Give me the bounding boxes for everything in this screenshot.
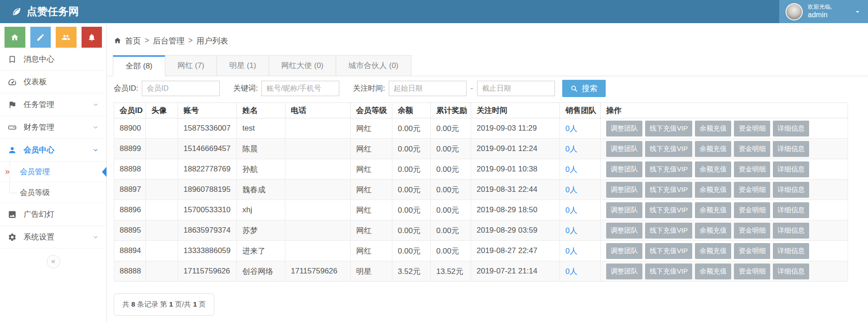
cell-follow-time: 2019-09-01 10:38 bbox=[471, 159, 560, 180]
detail-info-button[interactable]: 详细信息 bbox=[773, 161, 809, 177]
sidebar-item-member-management[interactable]: »会员管理 bbox=[0, 161, 106, 182]
adjust-team-button[interactable]: 调整团队 bbox=[606, 243, 642, 259]
end-date-input[interactable] bbox=[477, 81, 555, 96]
balance-recharge-button[interactable]: 余额充值 bbox=[695, 161, 731, 177]
sales-team-link[interactable]: 0人 bbox=[565, 165, 577, 174]
column-header: 余额 bbox=[392, 103, 431, 118]
adjust-team-button[interactable]: 调整团队 bbox=[606, 141, 642, 157]
balance-recharge-button[interactable]: 余额充值 bbox=[695, 141, 731, 157]
sidebar-item-system-settings[interactable]: 系统设置 bbox=[0, 226, 106, 249]
breadcrumb-item[interactable]: 首页 bbox=[125, 35, 141, 46]
sales-team-link[interactable]: 0人 bbox=[565, 185, 577, 194]
offline-recharge-vip-button[interactable]: 线下充值VIP bbox=[645, 182, 692, 198]
sidebar-menu: 消息中心仪表板任务管理财务管理会员中心»会员管理会员等级广告幻灯系统设置 bbox=[0, 48, 106, 249]
funds-detail-button[interactable]: 资金明细 bbox=[734, 182, 770, 198]
quick-home-button[interactable] bbox=[5, 27, 25, 48]
adjust-team-button[interactable]: 调整团队 bbox=[606, 202, 642, 218]
detail-info-button[interactable]: 详细信息 bbox=[773, 182, 809, 198]
sales-team-link[interactable]: 0人 bbox=[565, 206, 577, 215]
adjust-team-button[interactable]: 调整团队 bbox=[606, 263, 642, 279]
sidebar-item-member-center[interactable]: 会员中心 bbox=[0, 139, 106, 161]
funds-detail-button[interactable]: 资金明细 bbox=[734, 263, 770, 279]
detail-info-button[interactable]: 详细信息 bbox=[773, 223, 809, 239]
adjust-team-button[interactable]: 调整团队 bbox=[606, 161, 642, 177]
balance-recharge-button[interactable]: 余额充值 bbox=[695, 223, 731, 239]
cell-avatar bbox=[146, 159, 178, 180]
sales-team-link[interactable]: 0人 bbox=[565, 124, 577, 133]
cell-follow-time: 2019-07-21 21:14 bbox=[471, 261, 560, 282]
funds-detail-button[interactable]: 资金明细 bbox=[734, 141, 770, 157]
detail-info-button[interactable]: 详细信息 bbox=[773, 243, 809, 259]
sidebar-item-label: 仪表板 bbox=[24, 77, 47, 87]
adjust-team-button[interactable]: 调整团队 bbox=[606, 182, 642, 198]
quick-notifications-button[interactable] bbox=[82, 27, 102, 48]
users-icon bbox=[62, 33, 70, 42]
cell-reward: 13.52元 bbox=[431, 261, 471, 282]
user-menu[interactable]: 欢迎光临, admin bbox=[779, 0, 868, 23]
table-row: 8889413333886059进来了网红0.00元0.00元2019-08-2… bbox=[114, 241, 848, 261]
adjust-team-button[interactable]: 调整团队 bbox=[606, 223, 642, 239]
funds-detail-button[interactable]: 资金明细 bbox=[734, 223, 770, 239]
date-range-separator: - bbox=[471, 84, 473, 93]
offline-recharge-vip-button[interactable]: 线下充值VIP bbox=[645, 161, 692, 177]
sidebar-item-member-level[interactable]: 会员等级 bbox=[0, 182, 106, 203]
username: admin bbox=[808, 10, 849, 19]
sidebar-item-task-management[interactable]: 任务管理 bbox=[0, 93, 106, 116]
member-id-filter: 会员ID: bbox=[114, 81, 220, 96]
sidebar-item-finance-management[interactable]: 财务管理 bbox=[0, 116, 106, 139]
balance-recharge-button[interactable]: 余额充值 bbox=[695, 202, 731, 218]
funds-detail-button[interactable]: 资金明细 bbox=[734, 243, 770, 259]
sales-team-link[interactable]: 0人 bbox=[565, 267, 577, 276]
cell-reward: 0.00元 bbox=[431, 220, 471, 241]
offline-recharge-vip-button[interactable]: 线下充值VIP bbox=[645, 121, 692, 137]
detail-info-button[interactable]: 详细信息 bbox=[773, 202, 809, 218]
keyword-filter: 关键词: bbox=[233, 81, 339, 96]
cell-account: 17115759626 bbox=[178, 261, 237, 282]
tab-all[interactable]: 全部 (8) bbox=[113, 55, 165, 76]
cell-phone bbox=[285, 180, 351, 200]
tab-influencer-ambassador[interactable]: 网红大使 (0) bbox=[269, 55, 337, 76]
quick-edit-button[interactable] bbox=[30, 27, 51, 48]
offline-recharge-vip-button[interactable]: 线下充值VIP bbox=[645, 141, 692, 157]
cell-level: 网红 bbox=[351, 200, 392, 220]
brand-title: 点赞任务网 bbox=[27, 5, 79, 19]
offline-recharge-vip-button[interactable]: 线下充值VIP bbox=[645, 243, 692, 259]
breadcrumb-item: 用户列表 bbox=[196, 35, 228, 46]
tab-bar: 全部 (8)网红 (7)明星 (1)网红大使 (0)城市合伙人 (0) bbox=[107, 55, 868, 76]
sidebar-item-dashboard[interactable]: 仪表板 bbox=[0, 71, 106, 93]
sidebar-item-ad-slideshow[interactable]: 广告幻灯 bbox=[0, 203, 106, 226]
tab-star[interactable]: 明星 (1) bbox=[217, 55, 269, 76]
sales-team-link[interactable]: 0人 bbox=[565, 247, 577, 255]
cell-balance: 0.00元 bbox=[392, 200, 431, 220]
keyword-input[interactable] bbox=[261, 81, 339, 96]
sales-team-link[interactable]: 0人 bbox=[565, 226, 577, 235]
breadcrumb-item[interactable]: 后台管理 bbox=[153, 35, 184, 46]
sidebar-collapse-button[interactable]: « bbox=[47, 255, 60, 268]
member-id-input[interactable] bbox=[142, 81, 220, 96]
adjust-team-button[interactable]: 调整团队 bbox=[606, 121, 642, 137]
funds-detail-button[interactable]: 资金明细 bbox=[734, 202, 770, 218]
search-button[interactable]: 搜索 bbox=[562, 80, 606, 97]
detail-info-button[interactable]: 详细信息 bbox=[773, 263, 809, 279]
quick-users-button[interactable] bbox=[56, 27, 77, 48]
tab-influencer[interactable]: 网红 (7) bbox=[165, 55, 217, 76]
start-date-input[interactable] bbox=[389, 81, 467, 96]
tab-city-partner[interactable]: 城市合伙人 (0) bbox=[336, 55, 411, 76]
detail-info-button[interactable]: 详细信息 bbox=[773, 141, 809, 157]
offline-recharge-vip-button[interactable]: 线下充值VIP bbox=[645, 202, 692, 218]
table-row: 8889818822778769孙航网红0.00元0.00元2019-09-01… bbox=[114, 159, 848, 180]
funds-detail-button[interactable]: 资金明细 bbox=[734, 161, 770, 177]
sidebar-item-message-center[interactable]: 消息中心 bbox=[0, 48, 106, 71]
funds-detail-button[interactable]: 资金明细 bbox=[734, 121, 770, 137]
offline-recharge-vip-button[interactable]: 线下充值VIP bbox=[645, 263, 692, 279]
sales-team-link[interactable]: 0人 bbox=[565, 145, 577, 153]
breadcrumb: 首页>后台管理>用户列表 bbox=[107, 23, 868, 46]
balance-recharge-button[interactable]: 余额充值 bbox=[695, 263, 731, 279]
offline-recharge-vip-button[interactable]: 线下充值VIP bbox=[645, 223, 692, 239]
balance-recharge-button[interactable]: 余额充值 bbox=[695, 121, 731, 137]
cell-level: 网红 bbox=[351, 180, 392, 200]
detail-info-button[interactable]: 详细信息 bbox=[773, 121, 809, 137]
balance-recharge-button[interactable]: 余额充值 bbox=[695, 243, 731, 259]
quick-toolbar bbox=[0, 23, 106, 48]
balance-recharge-button[interactable]: 余额充值 bbox=[695, 182, 731, 198]
